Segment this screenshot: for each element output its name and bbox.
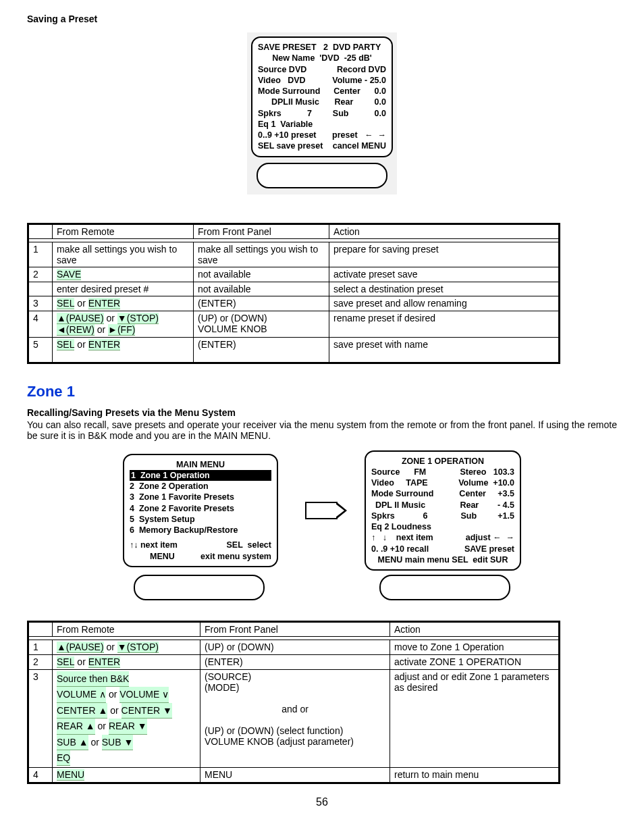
- remote-key-rew: ◄(REW): [57, 324, 95, 336]
- lcd-hint: ↑↓ next item: [130, 540, 178, 550]
- lcd-line: SEL save preset: [258, 140, 323, 151]
- cell: activate preset save: [329, 267, 560, 282]
- lcd-line: Center +3.5: [459, 488, 514, 499]
- text: or: [107, 705, 121, 716]
- step-num: 3: [28, 670, 53, 768]
- lcd-line: Spkrs 6: [371, 511, 427, 521]
- lcd-line: Record DVD: [337, 64, 386, 75]
- remote-key-sel: SEL: [57, 656, 74, 668]
- lcd-item: 3 Zone 1 Favorite Presets: [130, 492, 234, 502]
- cell: (ENTER): [194, 296, 329, 311]
- text: or: [88, 737, 102, 748]
- saving-heading: Saving a Preset: [27, 14, 617, 24]
- cell: (UP) or (DOWN): [200, 640, 390, 655]
- remote-key: SUB ▼: [102, 735, 134, 750]
- remote-key-save: SAVE: [57, 269, 81, 280]
- lcd-line: Sub 0.0: [333, 108, 386, 119]
- blank-caption: [379, 575, 510, 600]
- cell: SAVE: [53, 267, 194, 282]
- text: (SOURCE): [205, 671, 251, 682]
- step-num: 2: [28, 655, 53, 670]
- cell: move to Zone 1 Operation: [390, 640, 560, 655]
- remote-key-pause: ▲(PAUSE): [57, 642, 104, 653]
- cell: return to main menu: [390, 768, 560, 783]
- lcd-line: Volume +10.0: [458, 477, 514, 488]
- cell: ▲(PAUSE) or ▼(STOP): [53, 640, 200, 655]
- cell: SEL or ENTER: [53, 655, 200, 670]
- text: or: [104, 642, 117, 652]
- text: (UP) or (DOWN) (select function): [205, 725, 343, 736]
- lcd-line: preset ← →: [332, 130, 386, 140]
- lcd-hint: SEL select: [227, 540, 271, 550]
- step-num: 5: [28, 337, 53, 363]
- step-num: 1: [28, 242, 53, 267]
- cell: rename preset if desired: [329, 311, 560, 337]
- cell: select a destination preset: [329, 282, 560, 296]
- text: or: [74, 339, 88, 350]
- remote-key-menu: MENU: [57, 769, 84, 781]
- remote-key-sel: SEL: [57, 339, 74, 350]
- lcd-title: ZONE 1 OPERATION: [402, 456, 484, 467]
- cell: (ENTER): [194, 337, 329, 363]
- text: VOLUME KNOB (adjust parameter): [205, 736, 354, 747]
- text: or: [95, 721, 109, 731]
- step-num: 4: [28, 311, 53, 337]
- text: (MODE): [205, 682, 239, 693]
- remote-key-stop: ▼(STOP): [117, 313, 159, 324]
- text: or: [104, 313, 117, 323]
- cell: make all settings you wish to save: [53, 242, 194, 267]
- lcd-line: Source DVD: [258, 64, 306, 75]
- remote-key-pause: ▲(PAUSE): [57, 313, 104, 324]
- zone1-operation-lcd: ZONE 1 OPERATION Source FMStereo 103.3 V…: [365, 450, 521, 571]
- remote-key: CENTER ▲: [57, 703, 107, 719]
- cell: adjust and or edit Zone 1 parameters as …: [390, 670, 560, 768]
- lcd-line: Source FM: [371, 467, 426, 477]
- lcd-line: Spkrs 7: [258, 108, 312, 119]
- lcd-line: Rear - 4.5: [460, 500, 514, 511]
- remote-key: REAR ▼: [109, 719, 147, 734]
- arrow-right-icon: [305, 502, 338, 519]
- lcd-line: SAVE PRESET 2 DVD PARTY: [258, 42, 381, 53]
- cell: (UP) or (DOWN) VOLUME KNOB: [194, 311, 329, 337]
- cell: save preset with name: [329, 337, 560, 363]
- lcd-line: DPLII Music: [271, 97, 319, 107]
- cell: prepare for saving preset: [329, 242, 560, 267]
- lcd-hint: 0. .9 +10 recall: [371, 544, 429, 554]
- remote-key-stop: ▼(STOP): [117, 642, 159, 653]
- remote-key: REAR ▲: [57, 719, 95, 734]
- lcd-hint: MENU: [150, 551, 175, 562]
- cell: make all settings you wish to save: [194, 242, 329, 267]
- remote-key: CENTER ▼: [122, 703, 172, 719]
- col-front-panel: From Front Panel: [200, 622, 390, 637]
- remote-key-enter: ENTER: [88, 339, 120, 350]
- lcd-line: Mode Surround: [258, 86, 320, 97]
- lcd-selected-item: 1 Zone 1 Operation: [130, 470, 271, 481]
- lcd-item: 6 Memory Backup/Restore: [130, 525, 238, 536]
- cell: SEL or ENTER: [53, 296, 194, 311]
- lcd-line: Stereo 103.3: [460, 467, 514, 477]
- cell: (ENTER): [200, 655, 390, 670]
- lcd-hint: adjust ← →: [466, 532, 514, 543]
- lcd-line: Eq 1 Variable: [258, 119, 313, 130]
- text: or: [74, 298, 88, 309]
- lcd-hint: exit menu system: [200, 551, 271, 562]
- lcd-line: Eq 2 Loudness: [371, 521, 431, 532]
- lcd-line: cancel MENU: [333, 140, 386, 151]
- step-num: 4: [28, 768, 53, 783]
- lcd-line: Sub +1.5: [460, 511, 514, 521]
- col-remote: From Remote: [53, 622, 200, 637]
- step-num: 1: [28, 640, 53, 655]
- col-front-panel: From Front Panel: [194, 224, 329, 238]
- lcd-hint: ↑ ↓ next item: [371, 532, 433, 543]
- lcd-line: DPL II Music: [375, 500, 425, 511]
- remote-key-sel: SEL: [57, 298, 74, 309]
- save-preset-lcd-panel: SAVE PRESET 2 DVD PARTY New Name 'DVD -2…: [247, 32, 397, 194]
- lcd-line: Rear 0.0: [335, 97, 386, 107]
- lcd-line: Volume - 25.0: [332, 75, 386, 86]
- blank-caption: [134, 575, 265, 600]
- lcd-line: 0..9 +10 preset: [258, 130, 317, 140]
- lcd-line: Mode Surround: [371, 488, 433, 499]
- text: or: [74, 656, 88, 667]
- cell: SEL or ENTER: [53, 337, 194, 363]
- lcd-hint: MENU main menu SEL edit SUR: [378, 554, 508, 565]
